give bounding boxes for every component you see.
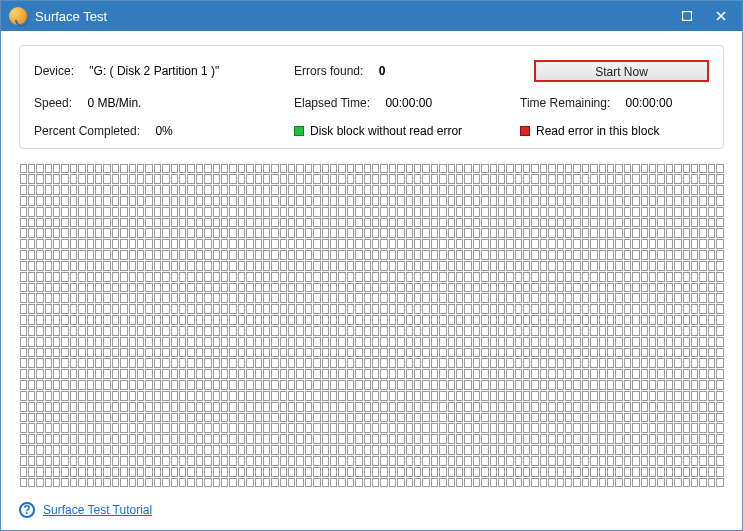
disk-block	[699, 261, 706, 271]
disk-block	[439, 315, 446, 325]
disk-block	[624, 423, 631, 433]
disk-block	[699, 369, 706, 379]
disk-block	[246, 467, 253, 477]
disk-block	[406, 337, 413, 347]
disk-block	[330, 185, 337, 195]
disk-block	[87, 358, 94, 368]
disk-block	[649, 207, 656, 217]
disk-block	[154, 380, 161, 390]
disk-block	[103, 293, 110, 303]
disk-block	[674, 348, 681, 358]
disk-block	[154, 369, 161, 379]
disk-block	[129, 196, 136, 206]
disk-block	[129, 261, 136, 271]
disk-block	[187, 250, 194, 260]
disk-block	[305, 283, 312, 293]
disk-block	[280, 337, 287, 347]
disk-block	[490, 196, 497, 206]
disk-block	[187, 207, 194, 217]
disk-block	[674, 369, 681, 379]
disk-block	[540, 456, 547, 466]
disk-block	[145, 391, 152, 401]
disk-block	[548, 467, 555, 477]
disk-block	[464, 337, 471, 347]
disk-block	[36, 304, 43, 314]
disk-block	[179, 445, 186, 455]
disk-block	[406, 283, 413, 293]
disk-block	[204, 250, 211, 260]
disk-block	[221, 423, 228, 433]
disk-block	[548, 239, 555, 249]
disk-block	[557, 250, 564, 260]
disk-block	[255, 391, 262, 401]
disk-block	[213, 413, 220, 423]
disk-block	[280, 326, 287, 336]
disk-block	[506, 445, 513, 455]
disk-block	[87, 456, 94, 466]
disk-block	[271, 478, 278, 488]
disk-block	[78, 304, 85, 314]
disk-block	[179, 358, 186, 368]
disk-block	[213, 369, 220, 379]
errors-value: 0	[379, 64, 386, 78]
disk-block	[439, 207, 446, 217]
disk-block	[322, 380, 329, 390]
disk-block	[557, 358, 564, 368]
disk-block	[171, 423, 178, 433]
disk-block	[78, 261, 85, 271]
disk-block	[506, 218, 513, 228]
disk-block	[490, 185, 497, 195]
disk-block	[573, 218, 580, 228]
disk-block	[389, 478, 396, 488]
disk-block	[154, 337, 161, 347]
maximize-button[interactable]	[670, 1, 704, 31]
disk-block	[238, 174, 245, 184]
disk-block	[607, 369, 614, 379]
disk-block	[204, 369, 211, 379]
disk-block	[666, 326, 673, 336]
disk-block	[473, 207, 480, 217]
disk-block	[632, 326, 639, 336]
disk-block	[599, 423, 606, 433]
disk-block	[162, 467, 169, 477]
disk-block	[213, 261, 220, 271]
disk-block	[305, 239, 312, 249]
disk-block	[372, 467, 379, 477]
disk-block	[36, 337, 43, 347]
disk-block	[372, 304, 379, 314]
disk-block	[557, 304, 564, 314]
disk-block	[347, 402, 354, 412]
disk-block	[657, 218, 664, 228]
disk-block	[338, 423, 345, 433]
disk-block	[355, 239, 362, 249]
disk-block	[28, 250, 35, 260]
disk-block	[238, 402, 245, 412]
disk-block	[515, 293, 522, 303]
disk-block	[238, 358, 245, 368]
disk-block	[28, 239, 35, 249]
disk-block	[179, 185, 186, 195]
disk-block	[95, 402, 102, 412]
disk-block	[305, 261, 312, 271]
disk-block	[154, 218, 161, 228]
close-button[interactable]	[704, 1, 738, 31]
disk-block	[490, 250, 497, 260]
disk-block	[699, 207, 706, 217]
disk-block	[557, 326, 564, 336]
disk-block	[448, 218, 455, 228]
disk-block	[666, 369, 673, 379]
disk-block	[78, 228, 85, 238]
tutorial-link[interactable]: Surface Test Tutorial	[43, 503, 152, 517]
disk-block	[87, 293, 94, 303]
start-now-button[interactable]: Start Now	[534, 60, 709, 82]
disk-block	[296, 164, 303, 174]
disk-block	[691, 283, 698, 293]
disk-block	[45, 402, 52, 412]
disk-block	[389, 304, 396, 314]
disk-block	[53, 337, 60, 347]
disk-block	[523, 478, 530, 488]
disk-block	[481, 196, 488, 206]
disk-block	[607, 228, 614, 238]
disk-block	[103, 402, 110, 412]
disk-block	[271, 456, 278, 466]
